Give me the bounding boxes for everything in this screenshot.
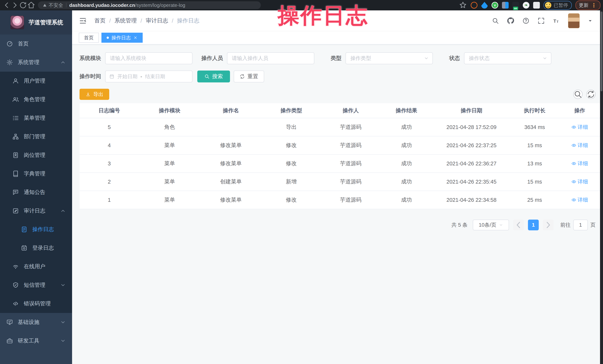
table-cell: 菜单 [139,191,200,209]
address-bar[interactable]: 不安全 dashboard.yudao.iocoder.cn /system/l… [38,1,261,9]
extension-icon-green-sprout[interactable]: ❧ [523,2,529,9]
operator-input[interactable] [227,52,314,64]
extension-icon-columns[interactable] [502,2,509,9]
extension-icon-dark-on[interactable]: on [512,2,519,9]
sidebar-item-14[interactable]: 错误码管理 [0,294,72,313]
breadcrumb-system[interactable]: 系统管理 [115,17,137,24]
table-cell: 13 ms [510,154,559,173]
bookmark-star-button[interactable] [459,1,467,9]
table-cell: 2021-04-26 22:35:45 [432,173,510,191]
audit-log-icon [12,208,19,214]
arrow-right-icon [543,220,554,230]
detail-link-label: 详细 [578,160,588,167]
table-cell: 2021-04-28 17:52:09 [432,118,510,136]
table-cell: 成功 [381,136,432,154]
sidebar-item-15[interactable]: 基础设施 [0,313,72,331]
app-title: 芋道管理系统 [29,19,63,26]
sidebar-item-16[interactable]: 研发工具 [0,331,72,350]
detail-link[interactable]: 详细 [571,196,588,203]
sidebar-menu: 首页系统管理用户管理角色管理菜单管理部门管理岗位管理字典管理通知公告审计日志操作… [0,34,72,350]
status-select-placeholder: 操作状态 [469,55,490,62]
breadcrumb-home[interactable]: 首页 [94,17,105,24]
download-icon [85,92,91,97]
detail-link[interactable]: 详细 [571,124,588,131]
sidebar-item-2[interactable]: 用户管理 [0,72,72,90]
type-label: 类型 [331,55,341,62]
sidebar-item-1[interactable]: 系统管理 [0,53,72,72]
window-scrollbar[interactable] [600,11,603,364]
table-cell: 创建菜单 [200,173,262,191]
next-page-button[interactable] [543,220,554,230]
font-size-icon[interactable]: TT [553,17,560,24]
table-cell: 3 [80,154,139,173]
sidebar-item-12[interactable]: 在线用户 [0,257,72,276]
page-size-select[interactable]: 10条/页 [473,220,509,230]
tab-operate-log[interactable]: 操作日志 [101,33,143,43]
emoji-face-icon [545,2,551,8]
sidebar-item-13[interactable]: 短信管理 [0,276,72,294]
sidebar-item-4[interactable]: 菜单管理 [0,109,72,127]
sidebar-item-10[interactable]: 操作日志 [0,220,72,239]
tab-home[interactable]: 首页 [79,33,99,43]
extension-icon-green-v[interactable]: v [492,2,498,9]
sidebar-item-0[interactable]: 首页 [0,34,72,53]
browser-reload-button[interactable] [19,1,27,9]
dev-tools-icon [6,337,13,344]
home-icon [27,1,35,9]
active-tab-dot [107,37,109,39]
sidebar-item-5[interactable]: 部门管理 [0,127,72,146]
page-unit-label: 页 [590,221,596,229]
sidebar-item-8[interactable]: 通知公告 [0,183,72,202]
sidebar-item-label: 研发工具 [18,337,39,344]
not-secure-warning-icon [43,3,47,7]
detail-link[interactable]: 详细 [571,178,588,185]
browser-back-button[interactable] [3,1,11,9]
sidebar-collapse-button[interactable] [79,17,87,25]
browser-update-button[interactable]: 更新 ⋮ [576,0,600,10]
extension-icon-blue-drop[interactable] [481,2,488,9]
github-icon[interactable] [507,17,514,24]
refresh-table-button[interactable] [586,90,596,99]
extension-icon-puzzle[interactable] [533,2,540,9]
browser-home-button[interactable] [27,1,35,9]
close-tab-icon[interactable] [133,36,138,40]
url-divider [66,3,66,7]
app-logo [11,16,24,29]
sidebar-item-6[interactable]: 岗位管理 [0,146,72,165]
avatar-caret-down-icon[interactable] [588,18,592,23]
status-select[interactable]: 操作状态 [464,52,551,64]
page-number-1[interactable]: 1 [528,220,539,230]
reset-button[interactable]: 重置 [234,71,264,82]
prev-page-button[interactable] [513,220,524,230]
goto-page-input[interactable] [573,220,588,230]
export-button[interactable]: 导出 [80,89,109,100]
table-cell: 菜单 [139,173,200,191]
operate-log-table: 日志编号操作模块操作名操作类型操作人操作结果操作日期执行时长操作 5角色导出芋道… [80,103,601,209]
breadcrumb-audit[interactable]: 审计日志 [146,17,168,24]
type-select[interactable]: 操作类型 [346,52,433,64]
search-button[interactable]: 搜索 [197,71,230,82]
header-search-icon[interactable] [492,17,499,24]
sidebar-item-7[interactable]: 字典管理 [0,165,72,183]
column-header: 操作类型 [262,103,321,118]
table-cell: 芋道源码 [321,191,381,209]
table-cell: 4 [80,136,139,154]
browser-menu-icon[interactable]: ⋮ [591,2,597,9]
toggle-search-button[interactable] [573,90,583,99]
module-input[interactable] [105,52,192,64]
date-range-picker[interactable]: 开始日期 - 结束日期 [105,71,192,82]
detail-link[interactable]: 详细 [571,160,588,167]
browser-forward-button[interactable] [11,1,19,9]
scrollbar-thumb[interactable] [601,11,603,91]
user-avatar[interactable] [568,13,580,28]
sidebar-item-11[interactable]: 登录日志 [0,239,72,257]
extension-icon-orange-ring[interactable] [471,2,477,9]
paused-extension-pill[interactable]: 已暂停 [544,1,572,10]
sidebar-logo-row[interactable]: 芋道管理系统 [0,11,72,34]
help-icon[interactable] [522,17,529,24]
sidebar-item-3[interactable]: 角色管理 [0,90,72,109]
sidebar-item-9[interactable]: 审计日志 [0,202,72,220]
infrastructure-icon [6,319,13,326]
fullscreen-icon[interactable] [538,17,545,24]
detail-link[interactable]: 详细 [571,142,588,149]
